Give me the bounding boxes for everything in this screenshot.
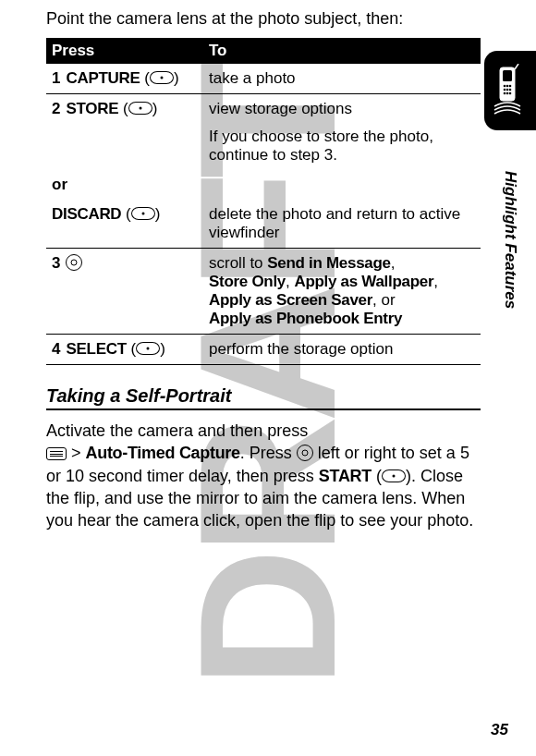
text: Activate the camera and then press [46, 421, 308, 440]
step-number: 4 [52, 340, 60, 359]
intro-text: Point the camera lens at the photo subje… [46, 9, 481, 29]
step-number: 3 [52, 254, 60, 273]
phone-tab [484, 51, 536, 130]
cell-action: perform the storage option [203, 335, 481, 365]
col-press: Press [46, 38, 203, 64]
softkey-icon [131, 207, 155, 220]
table-row: or [46, 170, 481, 200]
menu-option: Auto-Timed Capture [86, 444, 240, 462]
menu-option: Store Only [209, 273, 286, 290]
section-heading: Taking a Self-Portrait [46, 385, 481, 410]
page-content: Point the camera lens at the photo subje… [0, 0, 536, 541]
col-to: To [203, 38, 481, 64]
svg-point-3 [506, 85, 509, 88]
text: > [67, 444, 86, 462]
step-number: 2 [52, 100, 60, 118]
key-label: SELECT [66, 340, 126, 358]
or-text: or [52, 176, 67, 193]
svg-point-6 [506, 89, 509, 91]
svg-point-8 [504, 92, 506, 95]
text: . Press [240, 444, 297, 462]
text: ( [372, 467, 382, 485]
svg-point-2 [504, 85, 506, 88]
text: scroll to [209, 254, 267, 272]
key-label: DISCARD [52, 205, 121, 223]
table-row: 1 CAPTURE () take a photo [46, 64, 481, 94]
step-number: 1 [52, 69, 60, 88]
cell-action: scroll to Send in Message, Store Only, A… [203, 249, 481, 335]
menu-option: Apply as Wallpaper [294, 273, 433, 290]
table-row: DISCARD () delete the photo and return t… [46, 200, 481, 249]
menu-option: Apply as Screen Saver [209, 291, 372, 309]
key-label: CAPTURE [66, 69, 140, 87]
nav-key-icon [66, 254, 82, 271]
cell-action: view storage options [209, 100, 475, 118]
text: , or [372, 291, 396, 309]
svg-line-11 [515, 64, 518, 69]
svg-point-10 [509, 92, 512, 95]
svg-point-7 [509, 89, 512, 91]
side-section-label: Highlight Features [501, 171, 519, 309]
table-row: 3 scroll to Send in Message, Store Only,… [46, 249, 481, 335]
softkey-icon [382, 469, 406, 482]
body-paragraph: Activate the camera and then press > Aut… [46, 420, 481, 531]
key-label: STORE [66, 100, 118, 117]
softkey-icon [136, 342, 160, 355]
cell-action: take a photo [203, 64, 481, 94]
cell-action: delete the photo and return to active vi… [203, 200, 481, 249]
phone-icon [492, 64, 529, 117]
softkey-icon [128, 102, 152, 115]
svg-point-5 [504, 89, 506, 91]
nav-key-icon [297, 445, 313, 461]
menu-key-icon [46, 447, 67, 460]
svg-rect-1 [503, 70, 512, 81]
svg-point-4 [509, 85, 512, 88]
side-tab-strip [484, 51, 536, 134]
table-row: 2 STORE () view storage options If you c… [46, 94, 481, 171]
svg-point-9 [506, 92, 509, 95]
table-row: 4 SELECT () perform the storage option [46, 335, 481, 365]
menu-option: Send in Message [267, 254, 390, 272]
page-number: 35 [491, 721, 508, 739]
cell-action-extra: If you choose to store the photo, contin… [209, 128, 475, 165]
steps-table: Press To 1 CAPTURE () take a photo [46, 38, 481, 365]
key-label: START [319, 467, 372, 485]
menu-option: Apply as Phonebook Entry [209, 310, 402, 327]
softkey-icon [150, 71, 174, 84]
